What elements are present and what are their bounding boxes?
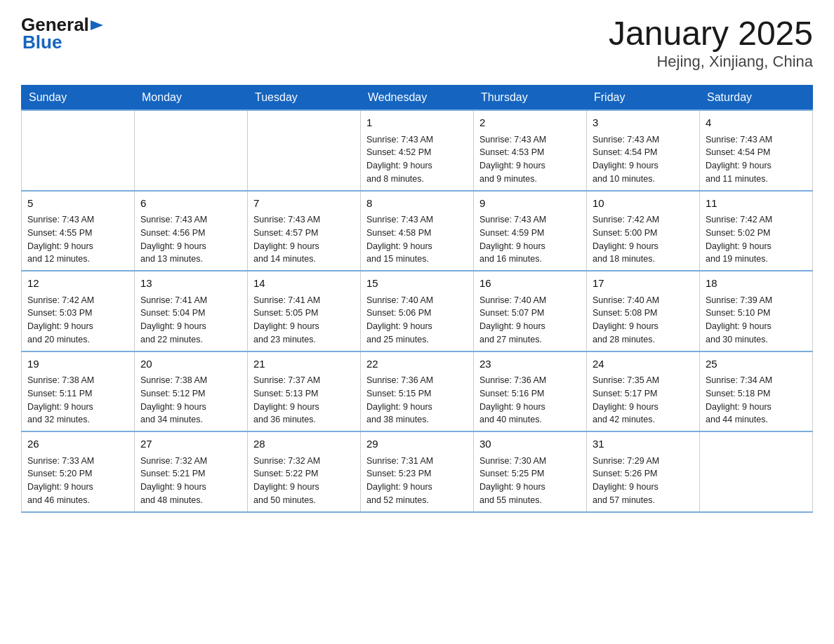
svg-marker-0 bbox=[91, 20, 103, 30]
day-info: Sunrise: 7:43 AM Sunset: 4:56 PM Dayligh… bbox=[140, 215, 207, 264]
logo-triangle-icon bbox=[91, 18, 106, 33]
day-number: 12 bbox=[27, 276, 128, 292]
calendar-weekday-header: Monday bbox=[135, 86, 248, 111]
day-info: Sunrise: 7:38 AM Sunset: 5:12 PM Dayligh… bbox=[140, 375, 207, 424]
page-header: General Blue January 2025 Hejing, Xinjia… bbox=[21, 14, 813, 71]
calendar-day-cell: 9Sunrise: 7:43 AM Sunset: 4:59 PM Daylig… bbox=[474, 191, 587, 271]
day-number: 3 bbox=[593, 115, 694, 131]
day-number: 18 bbox=[706, 276, 807, 292]
day-number: 25 bbox=[706, 356, 807, 373]
calendar-day-cell: 8Sunrise: 7:43 AM Sunset: 4:58 PM Daylig… bbox=[361, 191, 474, 271]
day-info: Sunrise: 7:42 AM Sunset: 5:02 PM Dayligh… bbox=[706, 215, 772, 264]
calendar-day-cell: 29Sunrise: 7:31 AM Sunset: 5:23 PM Dayli… bbox=[361, 431, 474, 512]
calendar-day-cell: 3Sunrise: 7:43 AM Sunset: 4:54 PM Daylig… bbox=[587, 110, 700, 191]
day-number: 29 bbox=[366, 436, 468, 452]
day-number: 26 bbox=[27, 436, 128, 452]
day-info: Sunrise: 7:39 AM Sunset: 5:10 PM Dayligh… bbox=[706, 295, 772, 344]
day-info: Sunrise: 7:42 AM Sunset: 5:00 PM Dayligh… bbox=[593, 215, 659, 264]
logo-blue-text: Blue bbox=[22, 32, 62, 53]
calendar-day-cell bbox=[135, 110, 248, 191]
day-number: 14 bbox=[253, 276, 355, 292]
calendar-day-cell: 7Sunrise: 7:43 AM Sunset: 4:57 PM Daylig… bbox=[248, 191, 361, 271]
calendar-day-cell bbox=[248, 110, 361, 191]
calendar-week-row: 5Sunrise: 7:43 AM Sunset: 4:55 PM Daylig… bbox=[22, 191, 813, 271]
day-info: Sunrise: 7:30 AM Sunset: 5:25 PM Dayligh… bbox=[479, 456, 546, 505]
calendar-day-cell: 16Sunrise: 7:40 AM Sunset: 5:07 PM Dayli… bbox=[474, 271, 587, 351]
calendar-weekday-header: Wednesday bbox=[361, 86, 474, 111]
day-info: Sunrise: 7:33 AM Sunset: 5:20 PM Dayligh… bbox=[27, 456, 94, 505]
day-info: Sunrise: 7:31 AM Sunset: 5:23 PM Dayligh… bbox=[366, 456, 433, 505]
calendar-day-cell: 4Sunrise: 7:43 AM Sunset: 4:54 PM Daylig… bbox=[700, 110, 813, 191]
day-info: Sunrise: 7:41 AM Sunset: 5:05 PM Dayligh… bbox=[253, 295, 320, 344]
calendar-week-row: 12Sunrise: 7:42 AM Sunset: 5:03 PM Dayli… bbox=[22, 271, 813, 351]
calendar-day-cell: 27Sunrise: 7:32 AM Sunset: 5:21 PM Dayli… bbox=[135, 431, 248, 512]
day-info: Sunrise: 7:43 AM Sunset: 4:58 PM Dayligh… bbox=[366, 215, 433, 264]
calendar-day-cell: 17Sunrise: 7:40 AM Sunset: 5:08 PM Dayli… bbox=[587, 271, 700, 351]
logo: General Blue bbox=[21, 14, 106, 53]
day-info: Sunrise: 7:41 AM Sunset: 5:04 PM Dayligh… bbox=[140, 295, 207, 344]
day-info: Sunrise: 7:43 AM Sunset: 4:59 PM Dayligh… bbox=[479, 215, 546, 264]
day-info: Sunrise: 7:43 AM Sunset: 4:55 PM Dayligh… bbox=[27, 215, 94, 264]
calendar-day-cell: 19Sunrise: 7:38 AM Sunset: 5:11 PM Dayli… bbox=[22, 351, 135, 432]
calendar-day-cell: 10Sunrise: 7:42 AM Sunset: 5:00 PM Dayli… bbox=[587, 191, 700, 271]
day-info: Sunrise: 7:32 AM Sunset: 5:21 PM Dayligh… bbox=[140, 456, 207, 505]
day-info: Sunrise: 7:40 AM Sunset: 5:06 PM Dayligh… bbox=[366, 295, 433, 344]
day-info: Sunrise: 7:34 AM Sunset: 5:18 PM Dayligh… bbox=[706, 375, 772, 424]
calendar-day-cell: 20Sunrise: 7:38 AM Sunset: 5:12 PM Dayli… bbox=[135, 351, 248, 432]
day-number: 7 bbox=[253, 196, 355, 212]
day-number: 24 bbox=[593, 356, 694, 373]
day-number: 15 bbox=[366, 276, 468, 292]
calendar-day-cell: 31Sunrise: 7:29 AM Sunset: 5:26 PM Dayli… bbox=[587, 431, 700, 512]
day-info: Sunrise: 7:36 AM Sunset: 5:16 PM Dayligh… bbox=[479, 375, 546, 424]
calendar-day-cell: 24Sunrise: 7:35 AM Sunset: 5:17 PM Dayli… bbox=[587, 351, 700, 432]
day-info: Sunrise: 7:35 AM Sunset: 5:17 PM Dayligh… bbox=[593, 375, 659, 424]
day-info: Sunrise: 7:38 AM Sunset: 5:11 PM Dayligh… bbox=[27, 375, 94, 424]
day-number: 22 bbox=[366, 356, 468, 373]
day-number: 8 bbox=[366, 196, 468, 212]
day-info: Sunrise: 7:37 AM Sunset: 5:13 PM Dayligh… bbox=[253, 375, 320, 424]
title-block: January 2025 Hejing, Xinjiang, China bbox=[609, 14, 813, 71]
day-number: 5 bbox=[27, 196, 128, 212]
calendar-day-cell: 18Sunrise: 7:39 AM Sunset: 5:10 PM Dayli… bbox=[700, 271, 813, 351]
day-info: Sunrise: 7:43 AM Sunset: 4:52 PM Dayligh… bbox=[366, 135, 433, 184]
day-number: 4 bbox=[706, 115, 807, 131]
calendar-day-cell: 25Sunrise: 7:34 AM Sunset: 5:18 PM Dayli… bbox=[700, 351, 813, 432]
day-number: 13 bbox=[140, 276, 241, 292]
calendar-day-cell: 14Sunrise: 7:41 AM Sunset: 5:05 PM Dayli… bbox=[248, 271, 361, 351]
page-title: January 2025 bbox=[609, 14, 813, 53]
day-number: 28 bbox=[253, 436, 355, 452]
calendar-day-cell: 23Sunrise: 7:36 AM Sunset: 5:16 PM Dayli… bbox=[474, 351, 587, 432]
day-number: 17 bbox=[593, 276, 694, 292]
day-number: 10 bbox=[593, 196, 694, 212]
day-number: 19 bbox=[27, 356, 128, 373]
calendar-weekday-header: Tuesday bbox=[248, 86, 361, 111]
day-info: Sunrise: 7:42 AM Sunset: 5:03 PM Dayligh… bbox=[27, 295, 94, 344]
day-info: Sunrise: 7:40 AM Sunset: 5:08 PM Dayligh… bbox=[593, 295, 659, 344]
day-info: Sunrise: 7:29 AM Sunset: 5:26 PM Dayligh… bbox=[593, 456, 659, 505]
day-number: 11 bbox=[706, 196, 807, 212]
calendar-week-row: 19Sunrise: 7:38 AM Sunset: 5:11 PM Dayli… bbox=[22, 351, 813, 432]
page-subtitle: Hejing, Xinjiang, China bbox=[609, 53, 813, 71]
calendar-header-row: SundayMondayTuesdayWednesdayThursdayFrid… bbox=[22, 86, 813, 111]
calendar-day-cell: 13Sunrise: 7:41 AM Sunset: 5:04 PM Dayli… bbox=[135, 271, 248, 351]
calendar-day-cell: 2Sunrise: 7:43 AM Sunset: 4:53 PM Daylig… bbox=[474, 110, 587, 191]
calendar-day-cell: 21Sunrise: 7:37 AM Sunset: 5:13 PM Dayli… bbox=[248, 351, 361, 432]
day-number: 27 bbox=[140, 436, 241, 452]
day-info: Sunrise: 7:40 AM Sunset: 5:07 PM Dayligh… bbox=[479, 295, 546, 344]
calendar-weekday-header: Saturday bbox=[700, 86, 813, 111]
day-number: 9 bbox=[479, 196, 581, 212]
day-number: 20 bbox=[140, 356, 241, 373]
day-number: 21 bbox=[253, 356, 355, 373]
day-info: Sunrise: 7:43 AM Sunset: 4:57 PM Dayligh… bbox=[253, 215, 320, 264]
calendar-weekday-header: Friday bbox=[587, 86, 700, 111]
calendar-day-cell: 26Sunrise: 7:33 AM Sunset: 5:20 PM Dayli… bbox=[22, 431, 135, 512]
calendar-week-row: 1Sunrise: 7:43 AM Sunset: 4:52 PM Daylig… bbox=[22, 110, 813, 191]
calendar-week-row: 26Sunrise: 7:33 AM Sunset: 5:20 PM Dayli… bbox=[22, 431, 813, 512]
day-info: Sunrise: 7:43 AM Sunset: 4:54 PM Dayligh… bbox=[706, 135, 772, 184]
calendar-day-cell: 1Sunrise: 7:43 AM Sunset: 4:52 PM Daylig… bbox=[361, 110, 474, 191]
day-number: 6 bbox=[140, 196, 241, 212]
day-info: Sunrise: 7:43 AM Sunset: 4:54 PM Dayligh… bbox=[593, 135, 659, 184]
calendar-day-cell: 12Sunrise: 7:42 AM Sunset: 5:03 PM Dayli… bbox=[22, 271, 135, 351]
day-info: Sunrise: 7:36 AM Sunset: 5:15 PM Dayligh… bbox=[366, 375, 433, 424]
day-number: 31 bbox=[593, 436, 694, 452]
